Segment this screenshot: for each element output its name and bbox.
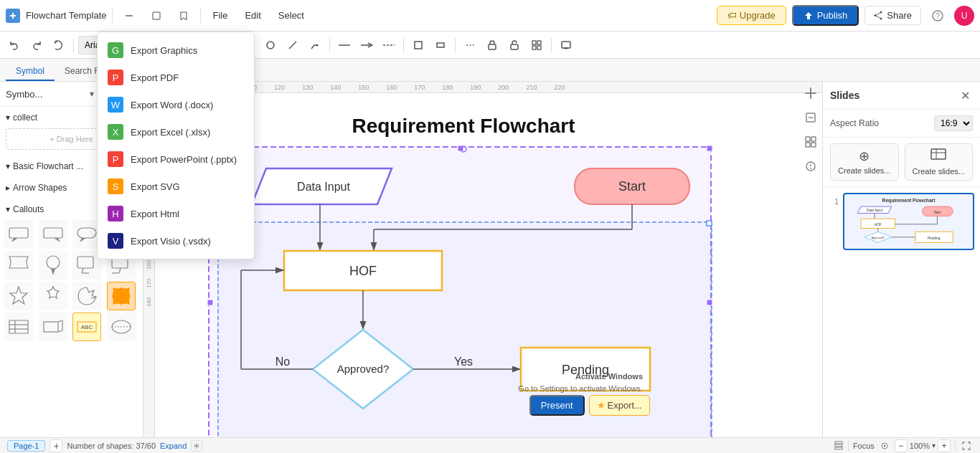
menu-file[interactable]: File [207,7,233,24]
help-icon[interactable]: ? [927,5,948,27]
add-page-button[interactable]: + [50,439,62,452]
zoom-dropdown-icon[interactable]: ▾ [932,442,936,449]
export-word-icon: W [108,97,123,113]
slide-thumbnail[interactable]: Requirement Flowchart Data Input Start H… [843,193,974,250]
line-color-button[interactable] [283,35,303,55]
redo-button[interactable] [27,35,47,55]
menu-select[interactable]: Select [273,7,310,24]
page-tab[interactable]: Page-1 [7,440,45,452]
dotted-line-button[interactable] [379,35,399,55]
upgrade-button[interactable]: 🏷 Upgrade [717,6,786,25]
settings-icon[interactable] [191,440,202,452]
panel-title: Symbo... [6,89,81,100]
svg-rect-123 [835,442,842,444]
focus-button[interactable]: Focus [853,442,875,450]
present-button[interactable]: Present [529,395,585,416]
dots-button[interactable]: ⋯ [460,35,480,55]
box-button[interactable] [408,35,428,55]
svg-line-51 [58,320,62,322]
dropdown-item-export-visio[interactable]: V Export Visio (.vsdx) [98,227,254,254]
slide-thumbnails: 1 Requirement Flowchart Data Input Start [823,187,980,437]
svg-rect-20 [437,43,444,47]
sep4 [403,38,404,52]
menu-edit[interactable]: Edit [239,7,266,24]
create-slides-1-button[interactable]: ⊕ Create slides... [830,143,899,181]
ruler-mark: 190 [470,84,481,91]
export-word-label: Export Word (.docx) [131,100,213,110]
zoom-controls: − 100% ▾ + [895,439,951,452]
export-graphics-icon: G [108,42,123,58]
dropdown-item-export-graphics[interactable]: G Export Graphics [98,37,254,64]
ruler-mark: 210 [526,84,537,91]
shape-item[interactable] [4,251,33,280]
dropdown-item-export-html[interactable]: H Export Html [98,200,254,227]
shape-item[interactable] [107,313,136,341]
lock-button[interactable] [482,35,502,55]
reset-button[interactable] [49,35,69,55]
right-icon-2[interactable] [801,108,821,128]
shape-item[interactable] [39,251,67,280]
svg-text:HOF: HOF [875,223,882,226]
bookmark-icon[interactable] [173,5,194,27]
export-small-button[interactable]: ★ Export... [589,395,650,416]
line-style-button[interactable] [334,35,354,55]
maximize-icon[interactable] [146,5,167,27]
aspect-ratio-select[interactable]: 16:9 4:3 1:1 [934,115,973,131]
svg-rect-21 [489,44,496,49]
undo-button[interactable] [4,35,24,55]
slide-thumb-row: 1 Requirement Flowchart Data Input Start [829,193,974,250]
shape-item[interactable]: ABC [72,313,101,341]
stack-icon-group[interactable] [834,441,844,451]
arrow-button[interactable] [357,35,377,55]
minimize-icon[interactable] [118,5,140,27]
ruler-mark: 200 [498,84,509,91]
dropdown-item-export-excel[interactable]: X Export Excel (.xlsx) [98,118,254,146]
tab-symbol[interactable]: Symbol [6,62,55,81]
right-icon-4[interactable] [801,156,821,176]
sep3 [329,38,330,52]
right-icon-3[interactable] [801,132,821,152]
export-graphics-label: Export Graphics [131,45,197,56]
unlock-button[interactable] [504,35,524,55]
share-button[interactable]: Share [864,6,921,25]
export-pdf-icon: P [108,70,123,85]
shape-item[interactable] [107,282,136,310]
svg-text:Approved?: Approved? [872,237,885,239]
shape-item[interactable] [72,282,101,310]
connector-button[interactable] [305,35,325,55]
dropdown-item-export-pptx[interactable]: P Export PowerPoint (.pptx) [98,146,254,173]
sep2 [955,441,956,451]
create-slides-2-button[interactable]: Create slides... [905,143,974,181]
slide-icon-button[interactable] [556,35,576,55]
avatar[interactable]: U [954,6,974,26]
shape-item[interactable] [39,220,67,249]
canvas-content[interactable]: Requirement Flowchart [155,93,822,437]
shape-item[interactable] [4,313,33,341]
shape-button[interactable] [260,35,281,55]
svg-point-3 [880,11,882,14]
svg-rect-101 [811,143,816,147]
dropdown-item-export-word[interactable]: W Export Word (.docx) [98,91,254,118]
aspect-ratio-row: Aspect Ratio 16:9 4:3 1:1 [823,110,980,138]
right-panel: Slides ✕ Aspect Ratio 16:9 4:3 1:1 ⊕ Cre… [822,82,980,437]
slides-header: Slides ✕ [823,82,980,110]
zoom-out-button[interactable]: − [895,439,908,452]
fullscreen-button[interactable] [960,439,973,452]
svg-rect-62 [707,146,712,151]
divider2 [200,9,201,23]
publish-button[interactable]: Publish [792,5,859,26]
shape-item[interactable] [39,282,67,310]
shape-item[interactable] [4,282,33,310]
right-icon-1[interactable] [801,83,821,103]
shape-item[interactable] [4,220,33,249]
dropdown-item-export-pdf[interactable]: P Export PDF [98,64,254,91]
box2-button[interactable] [430,35,451,55]
expand-button[interactable]: Expand [160,442,187,450]
ruler-mark: 170 [414,84,425,91]
zoom-in-button[interactable]: + [938,439,951,452]
grid-button[interactable] [527,35,547,55]
shapes-count: Number of shapes: 37/60 [67,442,156,450]
shape-item[interactable] [39,313,67,341]
dropdown-item-export-svg[interactable]: S Export SVG [98,173,254,200]
slides-close-button[interactable]: ✕ [957,87,973,103]
